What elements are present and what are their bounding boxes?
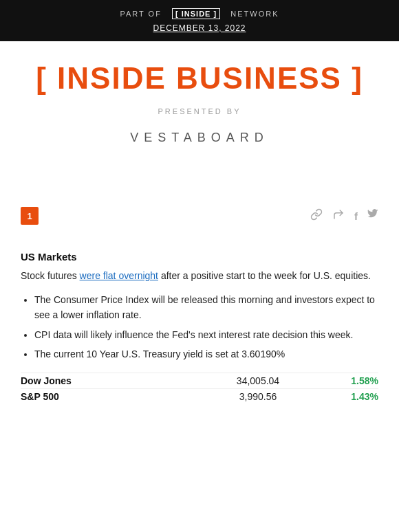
article-meta-row: 1 f: [21, 207, 378, 225]
sponsor-logo-area: [0, 159, 399, 200]
article-section: 1 f US Markets: [0, 200, 399, 418]
market-change: 1.43%: [337, 391, 378, 402]
body-text-before: Stock futures: [21, 270, 80, 281]
body-link[interactable]: were flat overnight: [80, 270, 158, 281]
market-value: 3,990.56: [179, 391, 337, 402]
header-date: DECEMBER 13, 2022: [14, 23, 385, 33]
table-row: Dow Jones 34,005.04 1.58%: [21, 373, 378, 388]
facebook-icon[interactable]: f: [354, 210, 358, 222]
list-item: The Consumer Price Index will be release…: [34, 292, 378, 323]
article-body: Stock futures were flat overnight after …: [21, 268, 378, 283]
header-bar: PART OF [ INSIDE ] NETWORK DECEMBER 13, …: [0, 0, 399, 41]
market-name: S&P 500: [21, 391, 179, 402]
presented-by-label: PRESENTED BY: [14, 107, 385, 115]
spacer: [21, 237, 378, 251]
title-area: [ INSIDE BUSINESS ] PRESENTED BY VESTABO…: [0, 41, 399, 159]
inside-brand: [ INSIDE ]: [172, 8, 220, 19]
market-table: Dow Jones 34,005.04 1.58% S&P 500 3,990.…: [21, 373, 378, 404]
article-title: US Markets: [21, 251, 378, 263]
body-text-after: after a positive start to the week for U…: [158, 270, 371, 281]
network-text: NETWORK: [230, 10, 279, 18]
main-title: [ INSIDE BUSINESS ]: [14, 62, 385, 95]
market-change: 1.58%: [337, 375, 378, 386]
part-of-text: PART OF: [120, 10, 161, 18]
article-bullets: The Consumer Price Index will be release…: [34, 292, 378, 362]
network-label: PART OF [ INSIDE ] NETWORK: [14, 10, 385, 18]
market-name: Dow Jones: [21, 375, 179, 386]
twitter-icon[interactable]: [367, 209, 378, 223]
list-item: The current 10 Year U.S. Treasury yield …: [34, 346, 378, 362]
sponsor-name: VESTABOARD: [14, 131, 385, 145]
article-number-badge: 1: [21, 207, 39, 225]
market-value: 34,005.04: [179, 375, 337, 386]
forward-icon[interactable]: [332, 208, 345, 223]
link-icon[interactable]: [310, 208, 323, 223]
table-row: S&P 500 3,990.56 1.43%: [21, 388, 378, 404]
spacer: [14, 115, 385, 122]
share-icons: f: [310, 208, 378, 223]
list-item: CPI data will likely influence the Fed's…: [34, 327, 378, 342]
